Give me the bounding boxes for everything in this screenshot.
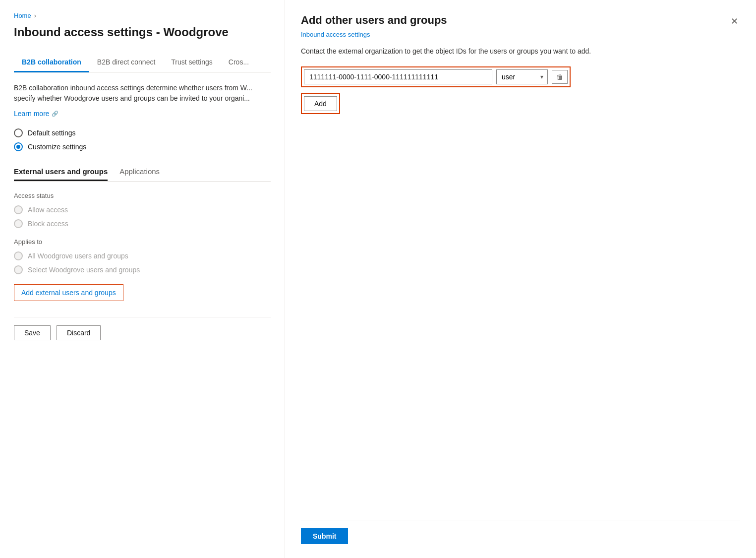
object-id-input[interactable] (304, 69, 492, 84)
radio-dot (16, 145, 20, 149)
radio-customize-input[interactable] (14, 142, 23, 151)
left-panel: Home › Inbound access settings - Woodgro… (0, 0, 285, 558)
add-button[interactable]: Add (304, 96, 337, 111)
type-select[interactable]: user group (497, 70, 536, 84)
chevron-down-icon: ▾ (536, 70, 547, 83)
block-radio-input[interactable] (14, 219, 23, 228)
panel-header: Add other users and groups ✕ (301, 14, 740, 29)
applies-select-option[interactable]: Select Woodgrove users and groups (14, 265, 271, 274)
radio-customize-settings[interactable]: Customize settings (14, 142, 271, 151)
bottom-actions: Save Discard (14, 317, 271, 340)
block-access-label: Block access (28, 220, 68, 228)
settings-radio-group: Default settings Customize settings (14, 128, 271, 151)
submit-button[interactable]: Submit (301, 528, 348, 544)
add-external-users-button[interactable]: Add external users and groups (14, 284, 123, 301)
tab-b2b-direct-connect[interactable]: B2B direct connect (89, 53, 164, 72)
allow-access-label: Allow access (28, 206, 68, 214)
discard-button[interactable]: Discard (57, 325, 101, 340)
panel-title: Add other users and groups (301, 14, 447, 27)
b2b-description: B2B collaboration inbound access setting… (14, 83, 271, 104)
tab-trust-settings[interactable]: Trust settings (163, 53, 221, 72)
user-id-input-row: user group ▾ 🗑 (301, 66, 571, 87)
add-button-area: Add (301, 93, 340, 114)
block-access-option[interactable]: Block access (14, 219, 271, 228)
access-status-label: Access status (14, 192, 271, 199)
learn-more-link[interactable]: Learn more 🔗 (14, 110, 58, 118)
type-select-wrapper: user group ▾ (496, 69, 548, 84)
access-status-section: Access status Allow access Block access (14, 192, 271, 228)
subtab-external-users[interactable]: External users and groups (14, 163, 108, 181)
right-panel: Add other users and groups ✕ Inbound acc… (285, 0, 756, 558)
applies-select-label: Select Woodgrove users and groups (28, 266, 140, 274)
radio-default-settings[interactable]: Default settings (14, 128, 271, 137)
subtab-applications[interactable]: Applications (119, 163, 160, 181)
delete-row-button[interactable]: 🗑 (552, 70, 568, 84)
panel-subtitle: Inbound access settings (301, 31, 740, 38)
applies-all-label: All Woodgrove users and groups (28, 252, 128, 260)
breadcrumb-home[interactable]: Home (14, 12, 31, 19)
breadcrumb-chevron-icon: › (34, 12, 36, 19)
applies-all-option[interactable]: All Woodgrove users and groups (14, 251, 271, 260)
trash-icon: 🗑 (556, 73, 563, 81)
breadcrumb[interactable]: Home › (14, 12, 271, 19)
panel-description: Contact the external organization to get… (301, 46, 628, 57)
subtabs: External users and groups Applications (14, 163, 271, 182)
radio-customize-label: Customize settings (28, 143, 86, 151)
external-link-icon: 🔗 (52, 111, 58, 117)
applies-to-label: Applies to (14, 238, 271, 246)
page-title: Inbound access settings - Woodgrove (14, 25, 271, 39)
radio-default-input[interactable] (14, 128, 23, 137)
applies-select-radio[interactable] (14, 265, 23, 274)
allow-radio-input[interactable] (14, 205, 23, 214)
save-button[interactable]: Save (14, 325, 51, 340)
radio-default-label: Default settings (28, 129, 76, 137)
close-button[interactable]: ✕ (729, 14, 740, 29)
applies-all-radio[interactable] (14, 251, 23, 260)
tab-b2b-collaboration[interactable]: B2B collaboration (14, 53, 89, 72)
tab-cross[interactable]: Cros... (221, 53, 257, 72)
panel-footer: Submit (301, 520, 740, 544)
panel-spacer (301, 126, 740, 520)
applies-to-section: Applies to All Woodgrove users and group… (14, 238, 271, 274)
allow-access-option[interactable]: Allow access (14, 205, 271, 214)
main-tabs: B2B collaboration B2B direct connect Tru… (14, 53, 271, 73)
